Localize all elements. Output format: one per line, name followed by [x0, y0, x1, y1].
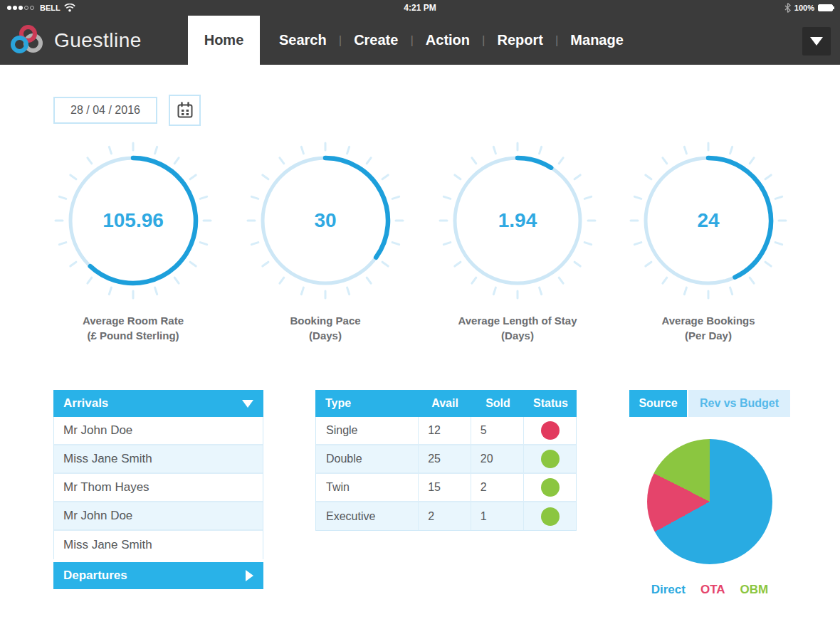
gauge-label-line: Average Bookings	[623, 313, 794, 328]
legend-item-ota: OTA	[700, 583, 725, 597]
arrivals-list: Mr John DoeMiss Jane SmithMr Thom HayesM…	[53, 417, 263, 559]
list-item[interactable]: Mr Thom Hayes	[54, 474, 263, 502]
pie-legend: DirectOTAOBM	[629, 583, 790, 597]
tab-rev-vs-budget[interactable]: Rev vs Budget	[688, 390, 790, 417]
gauge-label-line: Average Length of Stay	[432, 313, 603, 328]
gauge-label: Average Room Rate(£ Pound Sterling)	[48, 313, 219, 343]
list-item[interactable]: Miss Jane Smith	[54, 531, 263, 559]
app-frame: BELL 4:21 PM 100% Guestline HomeSearch|C…	[0, 0, 840, 629]
arrivals-header-label: Arrivals	[63, 396, 108, 411]
gauge-label: Booking Pace(Days)	[240, 313, 411, 343]
table-row: Executive21	[316, 502, 576, 531]
table-row: Twin152	[316, 474, 576, 502]
legend-item-direct: Direct	[651, 583, 686, 597]
departures-header-label: Departures	[63, 569, 127, 583]
gauge-label-line: Average Room Rate	[48, 313, 219, 328]
cell-avail: 25	[419, 445, 471, 472]
arrivals-header[interactable]: Arrivals	[53, 390, 263, 417]
status-bar: BELL 4:21 PM 100%	[0, 0, 840, 16]
chevron-down-icon	[242, 400, 253, 408]
list-item[interactable]: Mr John Doe	[54, 417, 263, 445]
cell-sold: 20	[471, 445, 525, 472]
list-item[interactable]: Miss Jane Smith	[54, 445, 263, 474]
gauge-label-line: (Days)	[432, 328, 603, 343]
cell-avail: 15	[419, 474, 471, 501]
status-dot-green	[541, 507, 560, 526]
column-header: Status	[525, 390, 577, 417]
status-dot-red	[541, 421, 560, 440]
nav-bar: Guestline HomeSearch|Create|Action|Repor…	[0, 16, 840, 65]
cell-type: Executive	[316, 502, 419, 530]
cell-avail: 2	[419, 502, 471, 530]
room-availability-table: TypeAvailSoldStatus Single125Double2520T…	[315, 390, 577, 531]
table-row: Double2520	[316, 445, 576, 474]
arrivals-panel: Arrivals Mr John DoeMiss Jane SmithMr Th…	[53, 390, 263, 589]
gauge-label: Average Bookings(Per Day)	[623, 313, 794, 343]
gauge-label-line: (Days)	[240, 328, 411, 343]
legend-item-obm: OBM	[740, 583, 769, 597]
tab-home[interactable]: Home	[188, 16, 260, 65]
cell-avail: 12	[419, 417, 471, 444]
kpi-gauge: 24Average Bookings(Per Day)	[623, 137, 794, 343]
tab-manage[interactable]: Manage	[558, 32, 635, 48]
clock: 4:21 PM	[0, 3, 840, 13]
gauge-ring: 1.94	[434, 137, 602, 305]
cell-sold: 5	[471, 417, 525, 444]
gauge-value: 30	[241, 137, 409, 305]
column-header: Sold	[471, 390, 525, 417]
gauge-label-line: (£ Pound Sterling)	[48, 328, 219, 343]
cell-sold: 2	[471, 474, 525, 501]
table-header-row: TypeAvailSoldStatus	[315, 390, 577, 417]
kpi-gauge: 105.96Average Room Rate(£ Pound Sterling…	[48, 137, 219, 343]
gauge-value: 105.96	[49, 137, 217, 305]
source-panel: SourceRev vs Budget DirectOTAOBM	[629, 390, 790, 597]
brand-name: Guestline	[54, 29, 142, 52]
gauge-label-line: (Per Day)	[623, 328, 794, 343]
chevron-right-icon	[246, 570, 253, 581]
cell-status	[524, 417, 576, 444]
departures-header[interactable]: Departures	[53, 562, 263, 589]
date-picker-row: 28 / 04 / 2016	[53, 95, 201, 126]
status-dot-green	[541, 450, 560, 468]
gauge-value: 1.94	[434, 137, 602, 305]
brand[interactable]: Guestline	[10, 24, 142, 57]
table-body: Single125Double2520Twin152Executive21	[315, 417, 577, 531]
tab-create[interactable]: Create	[342, 32, 410, 48]
gauge-ring: 30	[241, 137, 409, 305]
column-header: Type	[315, 390, 419, 417]
guestline-logo-icon	[10, 24, 44, 57]
gauge-label-line: Booking Pace	[240, 313, 411, 328]
gauge-value: 24	[624, 137, 792, 305]
cell-status	[524, 445, 576, 472]
source-tabs: SourceRev vs Budget	[629, 390, 790, 417]
gauge-ring: 105.96	[49, 137, 217, 305]
column-header: Avail	[419, 390, 471, 417]
tab-source[interactable]: Source	[629, 390, 687, 417]
chevron-down-icon	[810, 37, 823, 46]
list-item[interactable]: Mr John Doe	[54, 502, 263, 531]
source-pie-chart	[647, 439, 772, 564]
primary-nav: HomeSearch|Create|Action|Report|Manage	[188, 16, 636, 65]
calendar-button[interactable]	[169, 95, 201, 126]
date-input[interactable]: 28 / 04 / 2016	[53, 97, 157, 124]
table-row: Single125	[316, 417, 576, 445]
status-dot-green	[541, 478, 560, 497]
cell-type: Double	[316, 445, 419, 472]
cell-sold: 1	[471, 502, 525, 530]
calendar-icon	[177, 102, 194, 119]
gauge-ring: 24	[624, 137, 792, 305]
tab-report[interactable]: Report	[485, 32, 555, 48]
dashboard: 28 / 04 / 2016 105.96Average Room Rate(£…	[0, 65, 840, 629]
cell-type: Single	[316, 417, 419, 444]
tab-search[interactable]: Search	[267, 32, 339, 48]
gauge-label: Average Length of Stay(Days)	[432, 313, 603, 343]
cell-status	[524, 474, 576, 501]
tab-action[interactable]: Action	[414, 32, 482, 48]
cell-status	[524, 502, 576, 530]
cell-type: Twin	[316, 474, 419, 501]
kpi-gauge: 30Booking Pace(Days)	[240, 137, 411, 343]
battery-icon	[818, 4, 833, 11]
nav-dropdown-button[interactable]	[802, 27, 831, 56]
kpi-gauge: 1.94Average Length of Stay(Days)	[432, 137, 603, 343]
